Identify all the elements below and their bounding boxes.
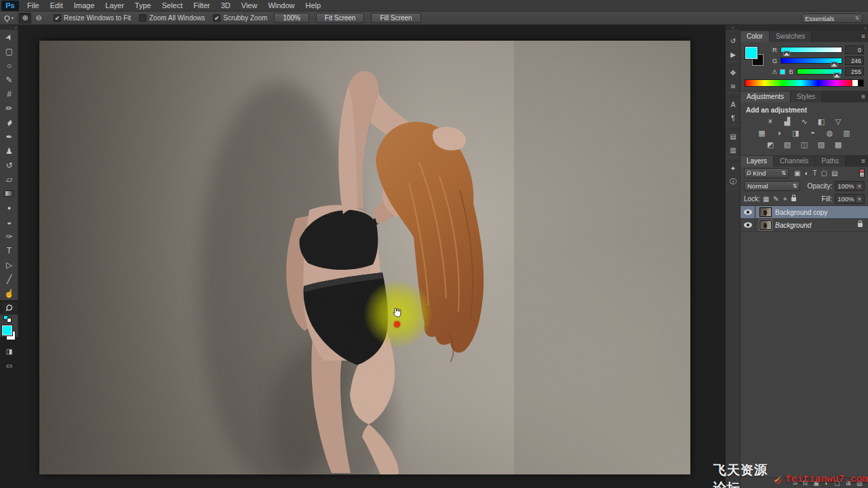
menu-3d[interactable]: 3D xyxy=(216,0,236,12)
dodge-tool[interactable]: ◒ xyxy=(0,215,18,229)
fill-screen-button[interactable]: Fill Screen xyxy=(371,13,420,23)
workspace-selector[interactable]: Essentials ⇅ xyxy=(802,14,863,23)
filter-adjustment-layers-icon[interactable]: ◐ xyxy=(804,169,808,177)
layer-row-background[interactable]: Background xyxy=(741,219,868,232)
slider-thumb[interactable] xyxy=(834,73,840,77)
hand-tool[interactable]: ☝ xyxy=(0,286,18,300)
filter-pixel-layers-icon[interactable]: ▣ xyxy=(794,169,800,177)
toolbar-collapse-chevrons[interactable]: « xyxy=(0,25,18,30)
hue-saturation-button[interactable]: ▦ xyxy=(756,128,768,138)
tab-styles[interactable]: Styles xyxy=(791,92,822,102)
zoom-in-button[interactable]: ⊕ xyxy=(19,13,31,24)
info-panel-button[interactable]: ⓘ xyxy=(726,175,741,188)
red-slider[interactable] xyxy=(781,47,842,53)
zoom-tool[interactable]: Ϙ xyxy=(0,300,18,314)
masks-panel-button[interactable]: ≋ xyxy=(726,79,741,93)
color-spectrum-ramp[interactable] xyxy=(745,79,864,87)
color-lookup-button[interactable]: ▥ xyxy=(841,128,852,138)
screen-mode-button[interactable]: ▭ xyxy=(0,359,18,373)
menu-type[interactable]: Type xyxy=(130,0,157,12)
vibrance-button[interactable]: ▽ xyxy=(833,117,844,126)
opacity-field[interactable]: 100% ▾ xyxy=(835,181,865,191)
panel-dock-collapse-chevrons[interactable]: « xyxy=(741,25,868,30)
curves-button[interactable]: ∿ xyxy=(799,117,810,126)
selective-color-button[interactable]: ▨ xyxy=(816,140,827,149)
blue-slider[interactable] xyxy=(797,68,842,75)
zoom-all-windows-checkbox[interactable]: Zoom All Windows xyxy=(139,14,205,22)
foreground-color-swatch[interactable] xyxy=(745,47,757,59)
quick-mask-button[interactable]: ◨ xyxy=(0,344,18,359)
current-tool-preview[interactable]: Ϙ ▾ xyxy=(0,12,18,24)
notes-panel-button[interactable]: ▤ xyxy=(726,129,741,143)
menu-help[interactable]: Help xyxy=(300,0,327,12)
panel-menu-icon[interactable]: ≡ xyxy=(861,93,865,100)
fill-field[interactable]: 100% ▾ xyxy=(835,194,865,204)
tab-swatches[interactable]: Swatches xyxy=(770,31,812,42)
layer-thumbnail[interactable] xyxy=(760,207,772,217)
paragraph-styles-panel-button[interactable]: ▥ xyxy=(726,143,741,157)
lasso-tool[interactable]: ○ xyxy=(0,58,18,73)
slider-thumb[interactable] xyxy=(831,62,837,66)
default-colors-button[interactable] xyxy=(0,314,18,323)
brightness-contrast-button[interactable]: ☀ xyxy=(765,117,776,126)
move-tool[interactable]: ➤ xyxy=(0,30,18,44)
fit-screen-button[interactable]: Fit Screen xyxy=(316,13,365,23)
filter-kind-dropdown[interactable]: Ϙ Kind ⇅ xyxy=(744,168,789,178)
gamut-warning-icon[interactable]: ⚠ xyxy=(772,68,777,75)
type-tool[interactable]: T xyxy=(0,243,18,258)
menu-file[interactable]: File xyxy=(22,0,45,12)
red-value-field[interactable]: 0 xyxy=(845,45,864,54)
exposure-button[interactable]: ◧ xyxy=(816,117,827,126)
quick-selection-tool[interactable]: ✎ xyxy=(0,73,18,87)
zoom-100-button[interactable]: 100% xyxy=(274,13,309,23)
levels-button[interactable]: ▟ xyxy=(782,117,793,126)
actions-panel-button[interactable]: ▶ xyxy=(726,47,741,61)
menu-window[interactable]: Window xyxy=(262,0,300,12)
green-value-field[interactable]: 246 xyxy=(845,56,864,65)
crop-tool[interactable]: # xyxy=(0,87,18,101)
web-color-cube-icon[interactable] xyxy=(780,69,785,75)
properties-panel-button[interactable]: ✥ xyxy=(726,66,741,79)
lock-transparency-icon[interactable]: ▦ xyxy=(763,195,769,203)
spot-healing-brush-tool[interactable]: ▰ xyxy=(0,115,18,129)
tab-adjustments[interactable]: Adjustments xyxy=(741,92,791,102)
filter-type-layers-icon[interactable]: T xyxy=(813,169,817,177)
filter-shape-layers-icon[interactable]: ▢ xyxy=(821,169,827,177)
clone-stamp-tool[interactable]: ♟ xyxy=(0,144,18,158)
tab-channels[interactable]: Channels xyxy=(774,156,815,167)
invert-button[interactable]: ◩ xyxy=(765,140,776,149)
resize-windows-checkbox[interactable]: ✔ Resize Windows to Fit xyxy=(54,14,131,22)
gradient-map-button[interactable]: ▩ xyxy=(833,140,844,149)
menu-select[interactable]: Select xyxy=(157,0,189,12)
history-panel-button[interactable]: ↺ xyxy=(726,34,741,47)
visibility-toggle[interactable] xyxy=(741,219,755,232)
menu-edit[interactable]: Edit xyxy=(45,0,68,12)
lock-pixels-icon[interactable]: ✎ xyxy=(773,195,778,203)
menu-view[interactable]: View xyxy=(236,0,263,12)
visibility-toggle[interactable] xyxy=(741,206,755,219)
menu-image[interactable]: Image xyxy=(68,0,100,12)
panel-menu-icon[interactable]: ≡ xyxy=(861,33,865,40)
layer-thumbnail[interactable] xyxy=(760,220,772,230)
blur-tool[interactable]: ● xyxy=(0,201,18,215)
rectangular-marquee-tool[interactable]: ▢ xyxy=(0,44,18,58)
menu-layer[interactable]: Layer xyxy=(100,0,130,12)
layer-row-background-copy[interactable]: Background copy xyxy=(741,206,868,219)
history-brush-tool[interactable]: ↺ xyxy=(0,158,18,172)
channel-mixer-button[interactable]: ◍ xyxy=(824,128,835,138)
path-selection-tool[interactable]: ▷ xyxy=(0,258,18,272)
scrubby-zoom-checkbox[interactable]: ✔ Scrubby Zoom xyxy=(213,14,267,22)
black-white-button[interactable]: ◨ xyxy=(790,128,802,138)
filter-smart-objects-icon[interactable]: ▤ xyxy=(831,169,837,177)
eyedropper-tool[interactable]: ✏ xyxy=(0,101,18,115)
color-balance-button[interactable]: ◑ xyxy=(773,128,785,138)
blue-value-field[interactable]: 255 xyxy=(845,67,864,76)
menu-filter[interactable]: Filter xyxy=(188,0,215,12)
slider-thumb[interactable] xyxy=(784,52,789,56)
pen-tool[interactable]: ✑ xyxy=(0,229,18,243)
paragraph-panel-button[interactable]: ¶ xyxy=(726,111,741,125)
blend-mode-dropdown[interactable]: Normal ⇅ xyxy=(744,181,800,191)
brush-tool[interactable]: ✒ xyxy=(0,129,18,144)
photo-filter-button[interactable]: ◓ xyxy=(807,128,818,138)
filtering-toggle[interactable] xyxy=(859,169,865,178)
